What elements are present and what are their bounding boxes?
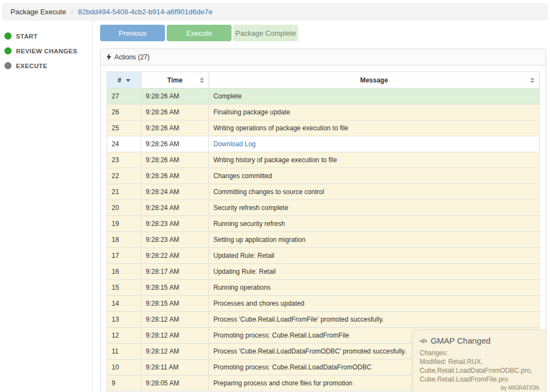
- column-header-time-label: Time: [167, 76, 183, 84]
- row-time-cell: 9:28:15 AM: [141, 280, 209, 296]
- step-label: REVIEW CHANGES: [16, 48, 78, 54]
- row-time-cell: 9:28:26 AM: [141, 104, 209, 120]
- row-time-cell: 9:28:26 AM: [141, 120, 209, 136]
- column-header-message[interactable]: Message: [209, 72, 540, 89]
- step-review-changes: REVIEW CHANGES: [0, 43, 92, 58]
- lightning-bolt-icon: [106, 53, 112, 60]
- column-header-num-label: #: [118, 76, 122, 84]
- table-row: 239:28:26 AMWriting history of package e…: [107, 152, 540, 168]
- row-number-cell: 11: [107, 344, 141, 360]
- row-time-cell: 9:28:26 AM: [141, 168, 209, 184]
- table-row: 229:28:26 AMChanges committed: [107, 168, 540, 184]
- breadcrumb-section: Package Execute: [10, 8, 66, 16]
- row-message-cell: Complete: [209, 89, 540, 104]
- row-message-cell: Updating Rule: Retail: [209, 264, 540, 280]
- table-row: 209:28:24 AMSecurity refresh complete: [107, 200, 540, 216]
- toast-line: Cube.Retail.LoadFromFile.pro: [420, 375, 539, 384]
- step-label: EXECUTE: [16, 63, 47, 69]
- table-row: 199:28:23 AMRunning security refresh: [107, 216, 540, 232]
- table-row: 159:28:15 AMRunning operations: [107, 280, 540, 296]
- step-execute: EXECUTE: [0, 58, 92, 73]
- row-number-cell: 21: [107, 184, 141, 200]
- row-message-cell: Setting up application migration: [209, 232, 540, 248]
- table-row: 249:28:26 AMDownload Log: [107, 136, 540, 152]
- row-time-cell: 9:28:15 AM: [141, 296, 209, 312]
- row-time-cell: 9:28:12 AM: [141, 344, 209, 360]
- row-message-cell: Writing history of package execution to …: [209, 152, 540, 168]
- row-number-cell: 23: [107, 152, 141, 168]
- row-time-cell: 9:28:12 AM: [141, 328, 209, 344]
- row-time-cell: 9:28:26 AM: [141, 89, 209, 104]
- toast-line: Cube.Retail.LoadDataFromODBC.pro,: [420, 366, 539, 375]
- steps-sidebar: START REVIEW CHANGES EXECUTE: [0, 20, 93, 392]
- table-row: 179:28:22 AMUpdated Rule: Retail: [107, 248, 540, 264]
- row-time-cell: 9:28:22 AM: [141, 248, 209, 264]
- table-row: 259:28:26 AMWriting operations of packag…: [107, 120, 540, 136]
- toast-line: Changes:: [420, 349, 539, 357]
- step-start: START: [0, 29, 92, 43]
- column-header-num[interactable]: #: [107, 72, 141, 89]
- table-row: 269:28:26 AMFinalising package update: [107, 104, 540, 120]
- actions-panel-header: Actions (27): [101, 49, 546, 65]
- code-icon: </>: [420, 338, 427, 344]
- toast-line: Modified: Retail.RUX,: [420, 357, 539, 366]
- row-number-cell: 20: [107, 200, 141, 216]
- row-message-cell: Process 'Cube.Retail.LoadFromFile' promo…: [209, 312, 540, 328]
- sort-both-icon: [200, 78, 204, 83]
- row-time-cell: 9:28:12 AM: [141, 312, 209, 328]
- table-row: 189:28:23 AMSetting up application migra…: [107, 232, 540, 248]
- toast-byline: by MIGRATION: [420, 385, 539, 391]
- row-message-cell: Download Log: [209, 136, 540, 152]
- row-time-cell: 9:28:24 AM: [141, 200, 209, 216]
- row-number-cell: 17: [107, 248, 141, 264]
- row-number-cell: 18: [107, 232, 141, 248]
- row-time-cell: 9:28:23 AM: [141, 232, 209, 248]
- step-status-dot: [4, 47, 12, 54]
- row-time-cell: 9:28:26 AM: [141, 152, 209, 168]
- actions-panel-title: Actions (27): [114, 53, 150, 61]
- row-number-cell: 12: [107, 328, 141, 344]
- breadcrumb-package-id-link[interactable]: 82bdd494-5408-4cb2-b914-a6f901d6de7e: [78, 8, 212, 16]
- breadcrumb: Package Execute / 82bdd494-5408-4cb2-b91…: [3, 3, 547, 20]
- row-message-cell: Running operations: [209, 280, 540, 296]
- table-row: 279:28:26 AMComplete: [107, 89, 540, 104]
- row-time-cell: 9:28:11 AM: [141, 360, 209, 376]
- sort-both-icon: [530, 78, 535, 83]
- row-message-cell: Security refresh complete: [209, 200, 540, 216]
- row-number-cell: 26: [107, 104, 141, 120]
- row-time-cell: 9:28:23 AM: [141, 216, 209, 232]
- row-number-cell: 15: [107, 280, 141, 296]
- row-number-cell: 14: [107, 296, 141, 312]
- previous-button[interactable]: Previous: [100, 25, 165, 41]
- column-header-time[interactable]: Time: [141, 72, 209, 89]
- execute-button[interactable]: Execute: [167, 25, 232, 41]
- gmap-changed-toast[interactable]: </> GMAP Changed Changes: Modified: Reta…: [413, 330, 546, 392]
- step-status-dot: [4, 32, 12, 40]
- row-number-cell: 16: [107, 264, 141, 280]
- row-number-cell: 24: [107, 136, 141, 152]
- row-time-cell: 9:28:26 AM: [141, 136, 209, 152]
- row-message-cell: Processes and chores updated: [209, 296, 540, 312]
- table-row: 139:28:12 AMProcess 'Cube.Retail.LoadFro…: [107, 312, 540, 328]
- download-log-link[interactable]: Download Log: [213, 140, 256, 148]
- row-message-cell: Writing operations of package execution …: [209, 120, 540, 136]
- toast-body: Changes: Modified: Retail.RUX, Cube.Reta…: [420, 349, 539, 391]
- row-time-cell: 9:28:17 AM: [141, 264, 209, 280]
- row-number-cell: 13: [107, 312, 141, 328]
- table-row: 169:28:17 AMUpdating Rule: Retail: [107, 264, 540, 280]
- step-status-dot: [4, 62, 12, 69]
- row-time-cell: 9:28:05 AM: [141, 376, 209, 391]
- row-number-cell: 19: [107, 216, 141, 232]
- row-message-cell: Finalising package update: [209, 104, 540, 120]
- row-number-cell: 9: [107, 376, 141, 391]
- row-number-cell: 22: [107, 168, 141, 184]
- table-header-row: # Time Message: [107, 72, 540, 89]
- row-time-cell: 9:28:24 AM: [141, 184, 209, 200]
- row-message-cell: Running security refresh: [209, 216, 540, 232]
- table-row: 149:28:15 AMProcesses and chores updated: [107, 296, 540, 312]
- row-number-cell: 10: [107, 360, 141, 376]
- package-complete-button[interactable]: Package Complete: [233, 25, 298, 41]
- wizard-toolbar: Previous Execute Package Complete: [100, 25, 546, 41]
- row-number-cell: 25: [107, 120, 141, 136]
- toast-title-row: </> GMAP Changed: [420, 336, 539, 345]
